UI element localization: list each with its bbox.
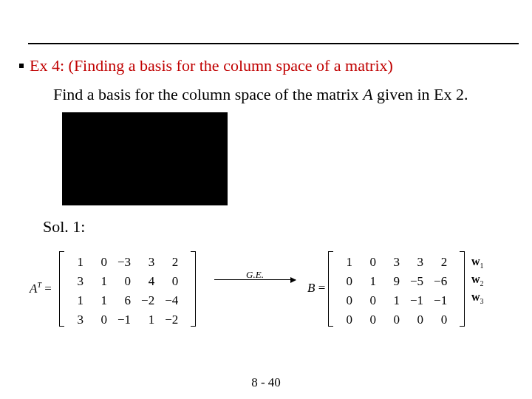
lhs-A: A [30, 282, 37, 296]
lhs-eq: = [41, 282, 52, 296]
prompt-pre: Find a basis for the column space of the… [53, 85, 363, 103]
rhs-eq: = [315, 281, 325, 295]
prompt-post: given in Ex 2. [373, 85, 468, 103]
bullet-icon [19, 64, 24, 68]
bracket-right-B [460, 251, 465, 327]
row-vector-labels: w1 w2 w3 [471, 255, 484, 308]
bracket-left-A [59, 251, 64, 327]
prompt-line: Find a basis for the column space of the… [53, 85, 468, 104]
solution-label: Sol. 1: [43, 217, 85, 236]
matrix-A-transpose: 10−332 31040 116−2−4 30−11−2 [65, 253, 183, 330]
bracket-left-B [328, 251, 333, 327]
rhs-B: B [307, 281, 315, 295]
w2: w [471, 273, 480, 285]
bracket-right-A [191, 251, 196, 327]
math-row: AT = 10−332 31040 116−2−4 30−11−2 G.E. B… [30, 244, 525, 332]
redacted-block [62, 112, 228, 205]
arrow-ge: G.E. [214, 279, 296, 280]
example-title: Ex 4: (Finding a basis for the column sp… [30, 56, 393, 75]
prompt-var-A: A [363, 85, 372, 103]
w3: w [471, 290, 480, 303]
page-number: 8 - 40 [0, 375, 532, 390]
matrix-B: 10332 019−5−6 001−1−1 00000 [334, 253, 452, 330]
lhs-label: AT = [30, 281, 52, 296]
w1: w [471, 255, 480, 267]
rhs-label: B = [307, 281, 325, 296]
arrow-head-icon [290, 277, 296, 283]
